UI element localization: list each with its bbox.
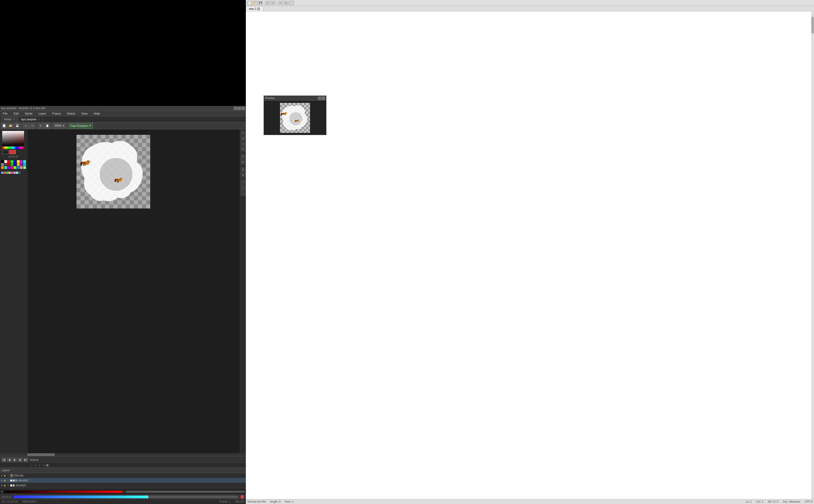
- canvas-editor[interactable]: [27, 129, 240, 453]
- palette-yellow[interactable]: [17, 160, 20, 163]
- tab-home[interactable]: Home ×: [1, 117, 18, 122]
- editor-scrollbar-thumb[interactable]: [811, 17, 814, 33]
- palette-lightgreen[interactable]: [23, 166, 26, 169]
- menu-file[interactable]: File: [1, 111, 9, 116]
- layer-eye-icon-3[interactable]: ●: [1, 484, 2, 487]
- hue-bar[interactable]: [2, 147, 24, 149]
- palette-chartreuse[interactable]: [14, 166, 16, 169]
- tool-line[interactable]: /: [241, 180, 246, 185]
- palette-darkmagenta[interactable]: [20, 163, 23, 166]
- tool-pencil[interactable]: ✏: [241, 130, 246, 135]
- tool-eraser[interactable]: ◻: [241, 141, 246, 146]
- palette-azure[interactable]: [17, 166, 20, 169]
- palette-magenta[interactable]: [20, 160, 23, 163]
- redo-button[interactable]: ↪: [29, 123, 35, 129]
- menu-edit[interactable]: Edit: [12, 111, 20, 116]
- palette-red[interactable]: [7, 160, 10, 163]
- palette-darkyellow[interactable]: [17, 163, 20, 166]
- editor-undo[interactable]: ↩: [265, 1, 270, 5]
- editor-save[interactable]: 💾: [258, 1, 263, 5]
- zoom-dropdown[interactable]: 300% ▾: [53, 123, 66, 129]
- palette-gray2[interactable]: [4, 163, 7, 166]
- tool-bucket[interactable]: ▼: [241, 147, 246, 152]
- editor-paste[interactable]: 📋: [289, 1, 294, 5]
- red-slider[interactable]: [4, 491, 123, 493]
- palette-color-extra4[interactable]: [8, 172, 11, 174]
- menu-select[interactable]: Select: [65, 111, 77, 116]
- tool-move[interactable]: ✛: [241, 154, 246, 159]
- palette-white[interactable]: [4, 160, 7, 163]
- bottom-slider[interactable]: [14, 496, 238, 498]
- palette-darkred[interactable]: [7, 163, 10, 166]
- new-file-button[interactable]: 📄: [1, 123, 7, 129]
- minimize-button[interactable]: −: [234, 107, 237, 110]
- palette-darkblue[interactable]: [14, 163, 16, 166]
- palette-color-extra6[interactable]: [13, 172, 16, 174]
- background-color[interactable]: [9, 150, 16, 154]
- palette-violet[interactable]: [7, 166, 10, 169]
- anim-last-frame[interactable]: ▶|: [23, 458, 28, 462]
- palette-darkcyan[interactable]: [23, 163, 26, 166]
- layer-eye-icon[interactable]: ●: [1, 474, 2, 477]
- tool-contour[interactable]: ◌: [241, 191, 246, 196]
- anim-prev-frame[interactable]: ◀: [7, 458, 11, 462]
- editor-redo[interactable]: ↪: [271, 1, 276, 5]
- copy-button[interactable]: ⎘: [38, 123, 44, 129]
- tool-select[interactable]: ⊡: [241, 160, 246, 165]
- preview-close-button[interactable]: ×: [322, 97, 325, 100]
- layer-row-density[interactable]: ● 🔒 ⛓ G Density: [0, 473, 246, 478]
- anim-next-frame[interactable]: ▶: [18, 458, 22, 462]
- menu-sprite[interactable]: Sprite: [23, 111, 34, 116]
- palette-black[interactable]: [1, 160, 4, 163]
- palette-color-extra1[interactable]: [1, 172, 3, 174]
- palette-color-extra7[interactable]: [16, 172, 18, 174]
- palette-color-extra3[interactable]: [6, 172, 8, 174]
- preview-maximize-button[interactable]: □: [318, 97, 321, 100]
- tool-zoom[interactable]: ⊕: [241, 172, 246, 177]
- menu-view[interactable]: View: [79, 111, 89, 116]
- tab-home-close[interactable]: ×: [13, 118, 15, 121]
- editor-cut[interactable]: ✂: [278, 1, 283, 5]
- menu-frame[interactable]: Frame: [50, 111, 63, 116]
- rotation-dropdown[interactable]: Fast Rotation ▾: [69, 123, 93, 129]
- anim-play[interactable]: ▶: [13, 458, 17, 462]
- palette-color-extra8[interactable]: [18, 172, 20, 174]
- anim-first-frame[interactable]: |◀: [2, 458, 6, 462]
- color-picker-display[interactable]: [2, 131, 24, 146]
- palette-cyan[interactable]: [23, 160, 26, 163]
- palette-springgreen[interactable]: [4, 166, 7, 169]
- paste-button[interactable]: 📋: [44, 123, 50, 129]
- h-scrollbar-thumb[interactable]: [27, 453, 55, 456]
- undo-button[interactable]: ↩: [23, 123, 29, 129]
- menu-help[interactable]: Help: [92, 111, 102, 116]
- editor-copy[interactable]: ⎘: [284, 1, 289, 5]
- editor-v-scrollbar[interactable]: [811, 11, 814, 499]
- tab-lays-close[interactable]: ×: [38, 118, 40, 121]
- palette-green[interactable]: [11, 160, 13, 163]
- palette-rose[interactable]: [11, 166, 13, 169]
- layer-row-density1[interactable]: ● 🔒 ⛓ density1: [0, 478, 246, 483]
- editor-new[interactable]: 📄: [247, 1, 252, 5]
- layer-eye-icon-2[interactable]: ●: [1, 479, 2, 482]
- palette-gray1[interactable]: [1, 163, 4, 166]
- editor-tab-new1[interactable]: new 1 [2]: [246, 6, 263, 11]
- bottom-color-btn[interactable]: [241, 495, 244, 499]
- save-file-button[interactable]: 💾: [14, 123, 20, 129]
- menu-layer[interactable]: Layer: [37, 111, 48, 116]
- close-button[interactable]: ×: [242, 107, 245, 110]
- tool-brush[interactable]: 🖌: [241, 136, 246, 141]
- layer-row-density0[interactable]: ● 🔒 ⛓ density0: [0, 483, 246, 488]
- sprite-canvas[interactable]: [76, 135, 150, 208]
- open-file-button[interactable]: 📂: [8, 123, 14, 129]
- foreground-color[interactable]: [2, 150, 9, 154]
- palette-salmon[interactable]: [20, 166, 23, 169]
- canvas-h-scrollbar[interactable]: [0, 453, 246, 456]
- tool-rect[interactable]: □: [241, 185, 246, 190]
- editor-content[interactable]: [246, 11, 814, 499]
- alpha-slider[interactable]: [126, 491, 245, 493]
- tool-eyedropper[interactable]: ⊕: [241, 167, 246, 172]
- palette-blue[interactable]: [14, 160, 16, 163]
- palette-color-extra2[interactable]: [4, 172, 6, 174]
- tab-lays[interactable]: lays.aseprite ×: [18, 117, 43, 122]
- palette-orange[interactable]: [1, 166, 4, 169]
